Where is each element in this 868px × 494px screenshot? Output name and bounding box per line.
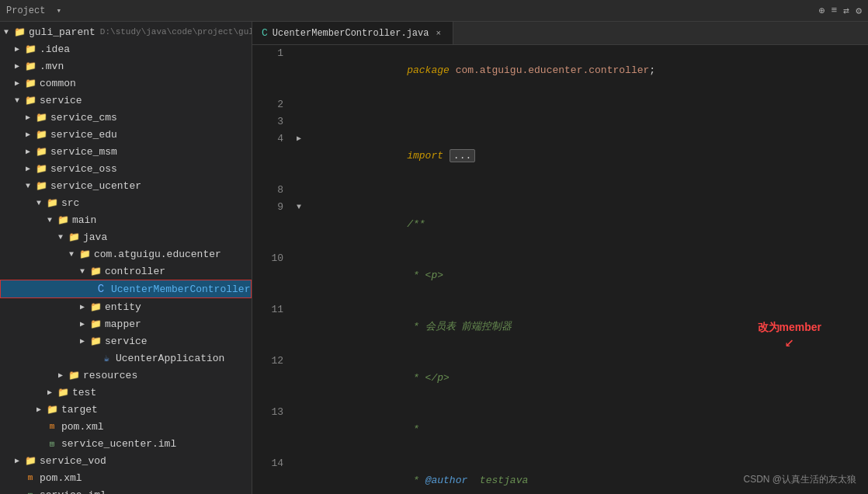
- src-label: src: [61, 197, 79, 209]
- common-label: common: [40, 78, 76, 89]
- java-label: java: [83, 231, 107, 243]
- editor-tab[interactable]: C UcenterMemberController.java ×: [252, 22, 453, 44]
- controller-file-icon: C: [94, 282, 108, 296]
- sidebar-item-entity[interactable]: ▶ 📁 entity: [0, 298, 252, 315]
- tree-arrow-edu: ▶: [22, 130, 34, 139]
- fold-icon-9[interactable]: ▼: [291, 199, 307, 250]
- folder-icon-idea: 📁: [23, 42, 37, 56]
- tab-close-button[interactable]: ×: [433, 28, 443, 39]
- code-editor[interactable]: 1 package com.atguigu.educenter.controll…: [252, 45, 868, 494]
- code-line-9: 9 ▼ /**: [252, 199, 868, 250]
- com-label: com.atguigu.educenter: [94, 249, 221, 260]
- tree-arrow-vod: ▶: [11, 456, 23, 465]
- sync-icon[interactable]: ⇄: [843, 5, 849, 17]
- sidebar-root[interactable]: ▼ 📁 guli_parent D:\study\java\code\proje…: [0, 23, 252, 40]
- folder-icon-service-sub: 📁: [89, 334, 102, 348]
- sidebar-item-ucenter-app[interactable]: ☕ UcenterApplication: [0, 350, 252, 367]
- sidebar-item-ucenter-controller[interactable]: C UcenterMemberController: [0, 280, 252, 298]
- sidebar-item-com[interactable]: ▼ 📁 com.atguigu.educenter: [0, 245, 252, 263]
- tab-file-icon: C: [262, 27, 268, 39]
- folder-icon-msm: 📁: [34, 144, 48, 158]
- folder-icon-mvn: 📁: [23, 59, 37, 73]
- cms-label: service_cms: [50, 112, 117, 124]
- service-iml-label: service.iml: [40, 489, 106, 495]
- list-icon[interactable]: ≡: [832, 5, 838, 17]
- fold-icon-4[interactable]: ▶: [291, 130, 307, 182]
- sidebar-item-ucenter-iml[interactable]: ⊞ service_ucenter.iml: [0, 435, 252, 452]
- tree-arrow-target: ▶: [33, 405, 45, 414]
- code-line-2: 2: [252, 96, 868, 113]
- sidebar-item-service[interactable]: ▼ 📁 service: [0, 92, 252, 109]
- folder-icon-main: 📁: [56, 213, 70, 227]
- tree-arrow-src: ▼: [33, 199, 45, 207]
- controller-label: controller: [105, 266, 165, 277]
- tree-arrow-idea: ▶: [11, 44, 23, 54]
- tree-arrow-root: ▼: [0, 28, 12, 37]
- folder-icon-root: 📁: [12, 25, 26, 39]
- folder-icon-service: 📁: [23, 93, 37, 107]
- folder-icon-com: 📁: [78, 247, 92, 261]
- line-content-1: package com.atguigu.educenter.controller…: [307, 45, 868, 96]
- idea-label: .idea: [40, 43, 70, 55]
- folder-icon-cms: 📁: [34, 110, 48, 124]
- sidebar-item-controller[interactable]: ▼ 📁 controller: [0, 263, 252, 280]
- sidebar-item-main[interactable]: ▼ 📁 main: [0, 211, 252, 228]
- folder-icon-common: 📁: [23, 76, 37, 90]
- sidebar-item-pom-ucenter[interactable]: m pom.xml: [0, 418, 252, 435]
- tree-arrow-mvn: ▶: [11, 61, 23, 71]
- sidebar-item-resources[interactable]: ▶ 📁 resources: [0, 367, 252, 384]
- vod-label: service_vod: [40, 455, 106, 467]
- sidebar-item-src[interactable]: ▼ 📁 src: [0, 194, 252, 211]
- code-line-4: 4 ▶ import ...: [252, 130, 868, 182]
- sidebar-item-service-msm[interactable]: ▶ 📁 service_msm: [0, 143, 252, 160]
- sidebar-item-common[interactable]: ▶ 📁 common: [0, 75, 252, 92]
- sidebar-item-service-iml[interactable]: ⊞ service.iml: [0, 486, 252, 494]
- sidebar-item-pom-root[interactable]: m pom.xml: [0, 469, 252, 486]
- pom-root-label: pom.xml: [40, 472, 82, 484]
- sidebar-item-service-cms[interactable]: ▶ 📁 service_cms: [0, 109, 252, 126]
- sidebar-item-service-vod[interactable]: ▶ 📁 service_vod: [0, 452, 252, 469]
- tree-arrow-oss: ▶: [22, 164, 34, 173]
- code-line-8: 8: [252, 182, 868, 199]
- project-sidebar: ▼ 📁 guli_parent D:\study\java\code\proje…: [0, 22, 252, 494]
- annotation-arrow: ↙: [785, 332, 794, 351]
- msm-label: service_msm: [50, 146, 117, 158]
- pom-root-icon: m: [23, 471, 37, 485]
- ucenter-app-label: UcenterApplication: [116, 353, 224, 364]
- editor-area: C UcenterMemberController.java × 1: [252, 22, 868, 494]
- sidebar-item-mvn[interactable]: ▶ 📁 .mvn: [0, 57, 252, 75]
- ucmc-label: UcenterMemberController: [111, 284, 250, 295]
- sidebar-item-service-oss[interactable]: ▶ 📁 service_oss: [0, 160, 252, 177]
- ucenter-app-icon: ☕: [99, 351, 113, 365]
- sidebar-item-service-ucenter[interactable]: ▼ 📁 service_ucenter: [0, 177, 252, 194]
- pom-ucenter-label: pom.xml: [61, 421, 104, 433]
- service-label: service: [40, 95, 82, 106]
- add-icon[interactable]: ⊕: [819, 5, 825, 17]
- sidebar-item-service-edu[interactable]: ▶ 📁 service_edu: [0, 126, 252, 143]
- folder-icon-target: 📁: [45, 402, 59, 416]
- sidebar-item-mapper[interactable]: ▶ 📁 mapper: [0, 315, 252, 332]
- sidebar-item-java[interactable]: ▼ 📁 java: [0, 228, 252, 245]
- sidebar-item-test[interactable]: ▶ 📁 test: [0, 384, 252, 401]
- dropdown-icon[interactable]: ▾: [56, 5, 61, 16]
- sidebar-item-idea[interactable]: ▶ 📁 .idea: [0, 40, 252, 57]
- sidebar-item-target[interactable]: ▶ 📁 target: [0, 401, 252, 418]
- folder-icon-test: 📁: [56, 385, 70, 399]
- tree-arrow-entity: ▶: [76, 302, 89, 311]
- code-line-10: 10 * <p>: [252, 250, 868, 301]
- code-line-12: 12 * </p>: [252, 353, 868, 404]
- settings-icon[interactable]: ⚙: [856, 5, 862, 17]
- fold-1: [291, 45, 307, 96]
- sidebar-item-service-subfolder[interactable]: ▶ 📁 service: [0, 332, 252, 350]
- ucenter-iml-icon: ⊞: [45, 437, 59, 451]
- folder-icon-controller: 📁: [89, 264, 102, 278]
- tree-arrow-service: ▼: [11, 96, 23, 105]
- entity-label: entity: [105, 301, 141, 313]
- tree-arrow-resources: ▶: [54, 370, 67, 380]
- target-label: target: [61, 404, 98, 416]
- folder-icon-ucenter: 📁: [34, 179, 48, 193]
- code-table: 1 package com.atguigu.educenter.controll…: [252, 45, 868, 494]
- mvn-label: .mvn: [40, 61, 64, 72]
- folder-icon-oss: 📁: [34, 162, 48, 176]
- line-num-1: 1: [252, 45, 291, 96]
